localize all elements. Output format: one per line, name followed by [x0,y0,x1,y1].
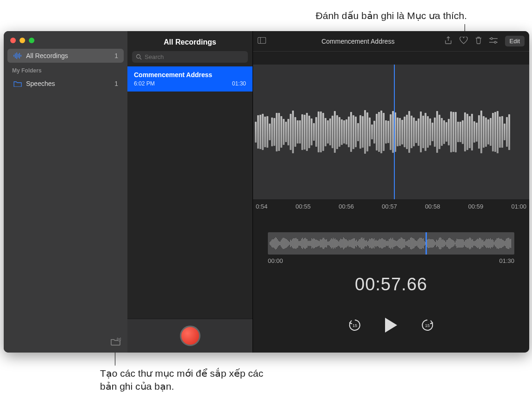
sidebar-item-label: All Recordings [26,52,68,59]
fullscreen-window-button[interactable] [29,38,34,43]
trash-icon [475,36,482,44]
waveform-icon [13,52,22,59]
sidebar-section-header: My Folders [4,64,127,76]
ruler-tick: 01:00 [511,203,526,210]
search-field[interactable] [132,51,248,63]
window-controls [4,31,127,48]
ruler-tick: 0:54 [256,203,267,210]
sidebar-icon [258,37,266,44]
playback-controls: 15 15 [253,318,529,333]
overview-playhead[interactable] [426,232,427,255]
sliders-icon [489,37,498,44]
time-ruler: 0:54 00:55 00:56 00:57 00:58 00:59 01:00 [253,199,529,210]
new-folder-icon [111,338,121,346]
recording-time: 6:02 PM [134,80,155,87]
ruler-tick: 00:56 [339,203,354,210]
share-icon [445,36,452,45]
toggle-sidebar-button[interactable] [258,37,272,46]
ruler-tick: 00:59 [468,203,484,210]
sidebar-item-count: 1 [114,52,118,59]
callout-new-folder: Tạo các thư mục mới để sắp xếp các bản g… [100,367,267,393]
skip-back-icon: 15 [348,318,362,332]
svg-line-10 [140,58,141,59]
svg-point-9 [137,55,140,59]
recording-title: Commencement Address [134,71,246,78]
sidebar-item-count: 1 [114,80,118,87]
overview-end: 01:30 [499,257,514,264]
player-title: Commencement Address [272,38,445,45]
svg-point-14 [491,38,492,39]
play-button[interactable] [385,318,397,333]
playhead[interactable] [394,65,395,199]
sidebar-item-all-recordings[interactable]: All Recordings 1 [7,49,124,63]
search-icon [136,54,142,60]
ruler-tick: 00:58 [425,203,440,210]
recording-item[interactable]: Commencement Address 6:02 PM 01:30 [127,66,253,92]
sidebar-item-label: Speeches [26,80,55,87]
recordings-list: All Recordings Commencement Address 6:02… [127,31,253,353]
favorite-button[interactable] [459,37,468,46]
recording-duration: 01:30 [232,80,246,87]
app-window: All Recordings 1 My Folders Speeches 1 A… [4,31,529,353]
record-button-bar [127,319,253,353]
minimize-window-button[interactable] [20,38,25,43]
edit-button[interactable]: Edit [505,36,525,46]
current-time: 00:57.66 [253,275,529,294]
skip-back-button[interactable]: 15 [348,318,362,332]
overview-wrap: 00:00 01:30 [268,232,514,264]
share-button[interactable] [445,36,452,46]
svg-text:15: 15 [352,323,357,328]
play-icon [385,318,397,333]
player-panel: Commencement Address Edit [253,31,529,353]
search-input[interactable] [145,53,244,60]
sidebar: All Recordings 1 My Folders Speeches 1 [4,31,127,353]
svg-rect-11 [258,37,266,43]
record-button[interactable] [180,326,200,346]
list-title: All Recordings [127,31,253,51]
svg-point-16 [494,41,496,43]
overview-start: 00:00 [268,257,283,264]
ruler-tick: 00:57 [382,203,397,210]
settings-button[interactable] [489,37,498,46]
skip-forward-icon: 15 [420,318,434,332]
callout-favorite: Đánh dấu bản ghi là Mục ưa thích. [316,9,467,22]
waveform-overview[interactable] [268,232,514,255]
skip-forward-button[interactable]: 15 [420,318,434,332]
delete-button[interactable] [475,36,482,46]
close-window-button[interactable] [10,38,16,43]
sidebar-item-speeches[interactable]: Speeches 1 [7,77,124,91]
ruler-tick: 00:55 [296,203,311,210]
waveform-main[interactable] [253,65,529,199]
svg-text:15: 15 [425,323,430,328]
heart-icon [459,37,468,44]
new-folder-button[interactable] [111,338,121,348]
topbar: Commencement Address Edit [253,31,529,52]
folder-icon [13,80,22,87]
